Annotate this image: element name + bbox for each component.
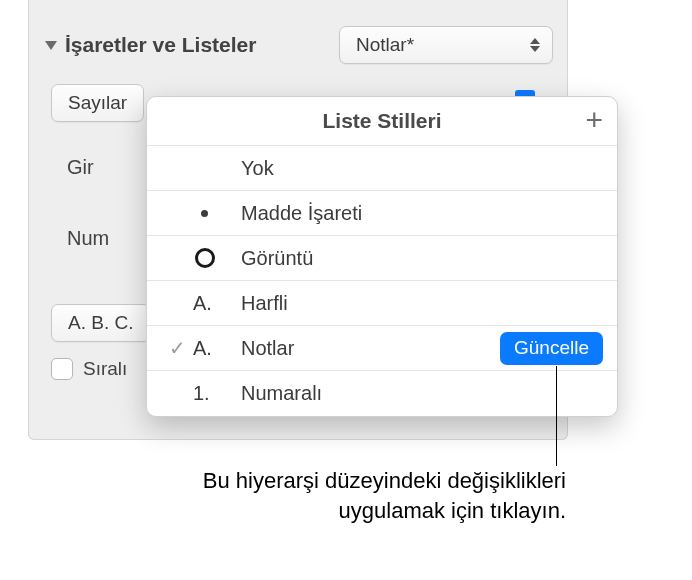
selection-col: ✓ [161, 338, 193, 358]
style-label: Notlar [241, 337, 500, 360]
style-label: Numaralı [241, 382, 603, 405]
callout-leader-line [556, 366, 557, 466]
section-header: İşaretler ve Listeler Notlar* [29, 0, 567, 64]
style-label: Görüntü [241, 247, 603, 270]
image-bullet-icon [193, 248, 241, 268]
popover-header: Liste Stilleri + [147, 97, 617, 145]
format-button[interactable]: A. B. C. [51, 304, 150, 342]
updown-arrows-icon [530, 38, 540, 52]
update-button-label: Güncelle [514, 337, 589, 358]
style-item-image[interactable]: Görüntü [147, 236, 617, 281]
list-style-dropdown-label: Notlar* [356, 34, 414, 56]
lettered-icon: A. [193, 292, 241, 315]
numbers-button-label: Sayılar [68, 92, 127, 114]
notes-icon: A. [193, 337, 241, 360]
style-item-none[interactable]: Yok [147, 146, 617, 191]
popover-arrow [413, 83, 441, 97]
bullet-icon [193, 210, 241, 217]
update-button[interactable]: Güncelle [500, 332, 603, 365]
checkmark-icon: ✓ [169, 338, 186, 358]
style-item-bullet[interactable]: Madde İşareti [147, 191, 617, 236]
numbers-button[interactable]: Sayılar [51, 84, 144, 122]
list-styles-popover: Liste Stilleri + Yok Madde İşareti Görün… [146, 96, 618, 417]
list-style-dropdown[interactable]: Notlar* [339, 26, 553, 64]
style-label: Yok [241, 157, 603, 180]
style-list: Yok Madde İşareti Görüntü A. Harfli ✓ A.… [147, 145, 617, 416]
numbered-icon: 1. [193, 382, 241, 405]
ordered-checkbox[interactable] [51, 358, 73, 380]
popover-title: Liste Stilleri [322, 109, 441, 133]
callout-text: Bu hiyerarşi düzeyindeki değişiklikleri … [196, 466, 566, 525]
style-label: Madde İşareti [241, 202, 603, 225]
style-item-lettered[interactable]: A. Harfli [147, 281, 617, 326]
add-style-button[interactable]: + [585, 105, 603, 135]
style-label: Harfli [241, 292, 603, 315]
section-title: İşaretler ve Listeler [65, 33, 331, 57]
style-item-numbered[interactable]: 1. Numaralı [147, 371, 617, 416]
format-button-label: A. B. C. [68, 312, 133, 334]
style-item-notes[interactable]: ✓ A. Notlar Güncelle [147, 326, 617, 371]
ordered-label: Sıralı [83, 358, 127, 380]
disclosure-triangle[interactable] [45, 41, 57, 50]
